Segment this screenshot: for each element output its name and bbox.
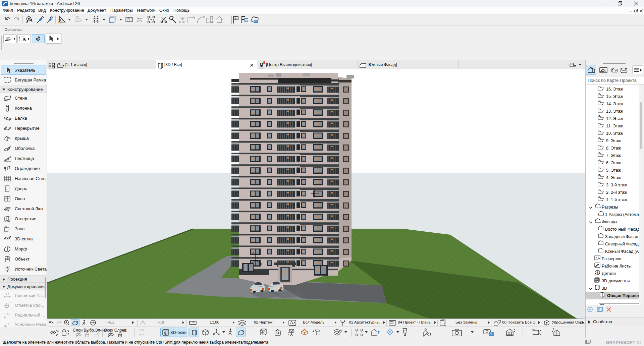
svg-text:y: y xyxy=(257,256,259,259)
svg-text:x: x xyxy=(260,262,262,266)
svg-text:α: α xyxy=(8,322,9,325)
svg-text:1.2: 1.2 xyxy=(8,302,11,305)
svg-text:xy: xy xyxy=(76,19,79,22)
svg-text:1.2: 1.2 xyxy=(7,312,10,315)
svg-text:z: z xyxy=(252,251,254,254)
svg-text:1 2: 1 2 xyxy=(127,19,130,21)
svg-text:1.2: 1.2 xyxy=(6,293,9,296)
